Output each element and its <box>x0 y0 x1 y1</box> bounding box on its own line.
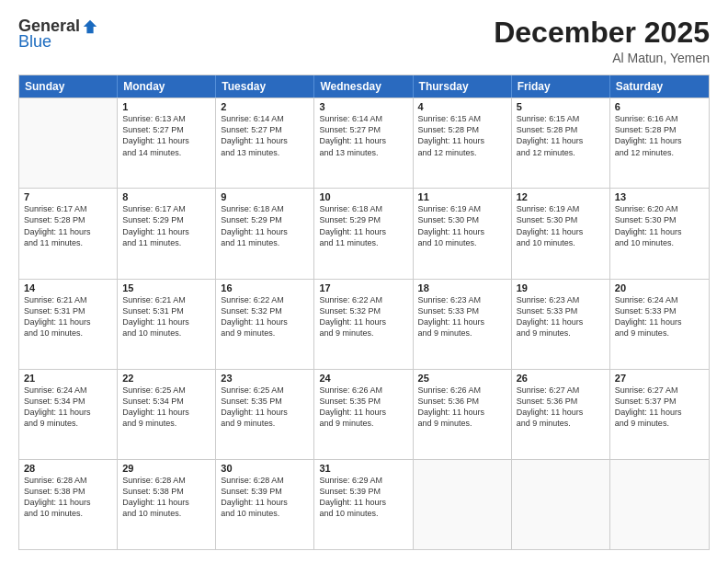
logo-blue: Blue <box>18 32 51 52</box>
calendar-cell: 7Sunrise: 6:17 AM Sunset: 5:28 PM Daylig… <box>19 189 118 278</box>
calendar-row: 14Sunrise: 6:21 AM Sunset: 5:31 PM Dayli… <box>19 279 709 369</box>
day-number: 27 <box>615 373 704 384</box>
day-info: Sunrise: 6:27 AM Sunset: 5:37 PM Dayligh… <box>615 385 704 430</box>
day-number: 9 <box>221 191 309 202</box>
day-number: 15 <box>122 282 210 293</box>
calendar-cell: 19Sunrise: 6:23 AM Sunset: 5:33 PM Dayli… <box>512 280 610 369</box>
calendar-cell: 26Sunrise: 6:27 AM Sunset: 5:36 PM Dayli… <box>512 370 610 459</box>
day-info: Sunrise: 6:28 AM Sunset: 5:38 PM Dayligh… <box>24 475 112 520</box>
day-info: Sunrise: 6:19 AM Sunset: 5:30 PM Dayligh… <box>418 203 506 248</box>
day-info: Sunrise: 6:26 AM Sunset: 5:36 PM Dayligh… <box>418 385 506 430</box>
calendar-cell: 16Sunrise: 6:22 AM Sunset: 5:32 PM Dayli… <box>216 280 314 369</box>
calendar-cell: 25Sunrise: 6:26 AM Sunset: 5:36 PM Dayli… <box>414 370 512 459</box>
day-number: 8 <box>122 191 210 202</box>
day-number: 21 <box>24 373 112 384</box>
calendar-cell <box>610 460 709 549</box>
day-info: Sunrise: 6:23 AM Sunset: 5:33 PM Dayligh… <box>418 294 506 339</box>
weekday-header: Thursday <box>414 75 512 98</box>
calendar-cell: 9Sunrise: 6:18 AM Sunset: 5:29 PM Daylig… <box>216 189 314 278</box>
day-number: 2 <box>221 101 309 112</box>
calendar-body: 1Sunrise: 6:13 AM Sunset: 5:27 PM Daylig… <box>19 98 709 549</box>
calendar-cell: 28Sunrise: 6:28 AM Sunset: 5:38 PM Dayli… <box>19 460 118 549</box>
day-number: 29 <box>122 463 210 474</box>
weekday-header: Sunday <box>19 75 118 98</box>
day-number: 13 <box>615 191 704 202</box>
title-block: December 2025 Al Matun, Yemen <box>494 17 710 65</box>
day-info: Sunrise: 6:29 AM Sunset: 5:39 PM Dayligh… <box>319 475 407 520</box>
day-number: 23 <box>221 373 309 384</box>
calendar-cell: 31Sunrise: 6:29 AM Sunset: 5:39 PM Dayli… <box>314 460 413 549</box>
day-info: Sunrise: 6:26 AM Sunset: 5:35 PM Dayligh… <box>319 385 407 430</box>
day-info: Sunrise: 6:21 AM Sunset: 5:31 PM Dayligh… <box>122 294 210 339</box>
weekday-header: Wednesday <box>314 75 413 98</box>
calendar-cell <box>19 98 118 188</box>
day-number: 20 <box>615 282 704 293</box>
day-number: 5 <box>517 101 605 112</box>
calendar: SundayMondayTuesdayWednesdayThursdayFrid… <box>18 75 710 550</box>
calendar-cell: 8Sunrise: 6:17 AM Sunset: 5:29 PM Daylig… <box>118 189 216 278</box>
calendar-row: 28Sunrise: 6:28 AM Sunset: 5:38 PM Dayli… <box>19 459 709 549</box>
calendar-cell: 6Sunrise: 6:16 AM Sunset: 5:28 PM Daylig… <box>610 98 709 188</box>
weekday-header: Saturday <box>610 75 709 98</box>
calendar-cell: 10Sunrise: 6:18 AM Sunset: 5:29 PM Dayli… <box>314 189 413 278</box>
day-info: Sunrise: 6:21 AM Sunset: 5:31 PM Dayligh… <box>24 294 112 339</box>
day-info: Sunrise: 6:22 AM Sunset: 5:32 PM Dayligh… <box>319 294 407 339</box>
day-number: 19 <box>517 282 605 293</box>
weekday-header: Monday <box>118 75 216 98</box>
page: General Blue December 2025 Al Matun, Yem… <box>0 0 728 563</box>
day-info: Sunrise: 6:18 AM Sunset: 5:29 PM Dayligh… <box>319 203 407 248</box>
logo-icon <box>82 18 98 35</box>
day-info: Sunrise: 6:28 AM Sunset: 5:39 PM Dayligh… <box>221 475 309 520</box>
day-number: 31 <box>319 463 407 474</box>
day-number: 11 <box>418 191 506 202</box>
day-number: 7 <box>24 191 112 202</box>
calendar-cell: 24Sunrise: 6:26 AM Sunset: 5:35 PM Dayli… <box>314 370 413 459</box>
calendar-cell: 30Sunrise: 6:28 AM Sunset: 5:39 PM Dayli… <box>216 460 314 549</box>
day-info: Sunrise: 6:14 AM Sunset: 5:27 PM Dayligh… <box>319 113 407 158</box>
day-number: 26 <box>517 373 605 384</box>
calendar-row: 1Sunrise: 6:13 AM Sunset: 5:27 PM Daylig… <box>19 98 709 188</box>
calendar-cell: 29Sunrise: 6:28 AM Sunset: 5:38 PM Dayli… <box>118 460 216 549</box>
day-info: Sunrise: 6:20 AM Sunset: 5:30 PM Dayligh… <box>615 203 704 248</box>
day-number: 6 <box>615 101 704 112</box>
day-info: Sunrise: 6:24 AM Sunset: 5:34 PM Dayligh… <box>24 385 112 430</box>
day-info: Sunrise: 6:19 AM Sunset: 5:30 PM Dayligh… <box>517 203 605 248</box>
day-info: Sunrise: 6:16 AM Sunset: 5:28 PM Dayligh… <box>615 113 704 158</box>
logo: General Blue <box>18 17 98 52</box>
day-info: Sunrise: 6:22 AM Sunset: 5:32 PM Dayligh… <box>221 294 309 339</box>
day-info: Sunrise: 6:17 AM Sunset: 5:29 PM Dayligh… <box>122 203 210 248</box>
day-number: 24 <box>319 373 407 384</box>
day-number: 16 <box>221 282 309 293</box>
day-number: 30 <box>221 463 309 474</box>
day-info: Sunrise: 6:18 AM Sunset: 5:29 PM Dayligh… <box>221 203 309 248</box>
calendar-cell: 13Sunrise: 6:20 AM Sunset: 5:30 PM Dayli… <box>610 189 709 278</box>
calendar-cell: 22Sunrise: 6:25 AM Sunset: 5:34 PM Dayli… <box>118 370 216 459</box>
location: Al Matun, Yemen <box>494 51 710 65</box>
weekday-header: Friday <box>512 75 610 98</box>
calendar-cell: 14Sunrise: 6:21 AM Sunset: 5:31 PM Dayli… <box>19 280 118 369</box>
day-number: 1 <box>122 101 210 112</box>
header: General Blue December 2025 Al Matun, Yem… <box>18 17 710 65</box>
calendar-cell: 4Sunrise: 6:15 AM Sunset: 5:28 PM Daylig… <box>414 98 512 188</box>
day-info: Sunrise: 6:15 AM Sunset: 5:28 PM Dayligh… <box>418 113 506 158</box>
day-info: Sunrise: 6:13 AM Sunset: 5:27 PM Dayligh… <box>122 113 210 158</box>
day-number: 22 <box>122 373 210 384</box>
day-info: Sunrise: 6:17 AM Sunset: 5:28 PM Dayligh… <box>24 203 112 248</box>
day-info: Sunrise: 6:23 AM Sunset: 5:33 PM Dayligh… <box>517 294 605 339</box>
day-number: 14 <box>24 282 112 293</box>
calendar-cell: 18Sunrise: 6:23 AM Sunset: 5:33 PM Dayli… <box>414 280 512 369</box>
calendar-cell <box>512 460 610 549</box>
day-number: 28 <box>24 463 112 474</box>
weekday-header: Tuesday <box>216 75 314 98</box>
svg-marker-0 <box>84 19 97 32</box>
calendar-row: 21Sunrise: 6:24 AM Sunset: 5:34 PM Dayli… <box>19 369 709 459</box>
calendar-cell: 11Sunrise: 6:19 AM Sunset: 5:30 PM Dayli… <box>414 189 512 278</box>
calendar-cell: 2Sunrise: 6:14 AM Sunset: 5:27 PM Daylig… <box>216 98 314 188</box>
day-number: 4 <box>418 101 506 112</box>
day-info: Sunrise: 6:27 AM Sunset: 5:36 PM Dayligh… <box>517 385 605 430</box>
calendar-row: 7Sunrise: 6:17 AM Sunset: 5:28 PM Daylig… <box>19 188 709 278</box>
day-info: Sunrise: 6:15 AM Sunset: 5:28 PM Dayligh… <box>517 113 605 158</box>
calendar-cell: 27Sunrise: 6:27 AM Sunset: 5:37 PM Dayli… <box>610 370 709 459</box>
day-info: Sunrise: 6:24 AM Sunset: 5:33 PM Dayligh… <box>615 294 704 339</box>
calendar-header: SundayMondayTuesdayWednesdayThursdayFrid… <box>19 75 709 98</box>
